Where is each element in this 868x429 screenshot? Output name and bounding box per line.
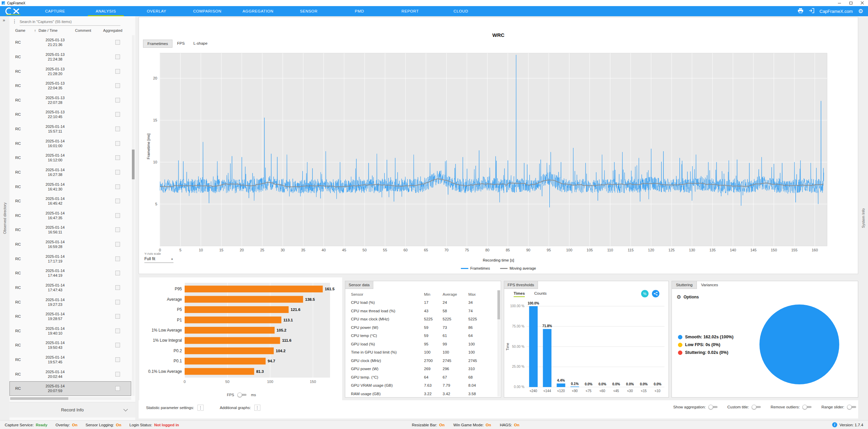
nav-tab-sensor[interactable]: SENSOR bbox=[283, 6, 334, 16]
capture-row[interactable]: RC2025-01-1419:27:23 bbox=[9, 295, 131, 309]
close-button[interactable] bbox=[857, 0, 868, 6]
aggregated-checkbox[interactable] bbox=[115, 343, 120, 347]
captures-vertical-scrollbar[interactable] bbox=[132, 35, 135, 396]
capture-row[interactable]: RC2025-01-1417:47:43 bbox=[9, 280, 131, 295]
aggregated-checkbox[interactable] bbox=[115, 83, 120, 88]
aggregated-checkbox[interactable] bbox=[115, 170, 120, 175]
capture-row[interactable]: RC2025-01-1416:12:00 bbox=[9, 151, 131, 165]
tab-stuttering[interactable]: Stuttering bbox=[672, 281, 697, 289]
frametime-chart[interactable]: 0510152025303540455055606570758085909510… bbox=[149, 51, 832, 258]
aggregated-checkbox[interactable] bbox=[115, 271, 120, 275]
capture-row[interactable]: RC2025-01-1322:07:28 bbox=[9, 93, 131, 108]
aggregated-checkbox[interactable] bbox=[115, 155, 120, 160]
aggregated-checkbox[interactable] bbox=[115, 127, 120, 131]
sensor-scrollbar[interactable] bbox=[497, 290, 500, 397]
nav-tab-capture[interactable]: CAPTURE bbox=[30, 6, 80, 16]
capture-row[interactable]: RC2025-01-1416:01:00 bbox=[9, 136, 131, 151]
settings-gear-icon[interactable]: ⚙ bbox=[858, 8, 863, 14]
tab-counts[interactable]: Counts bbox=[534, 291, 546, 297]
aggregated-checkbox[interactable] bbox=[115, 213, 120, 218]
aggregated-checkbox[interactable] bbox=[115, 184, 120, 189]
column-game[interactable]: Game bbox=[15, 28, 25, 32]
scrollbar-thumb[interactable] bbox=[10, 397, 68, 400]
nav-tab-analysis[interactable]: ANALYSIS bbox=[80, 6, 131, 16]
aggregated-checkbox[interactable] bbox=[115, 256, 120, 261]
sort-ascending-icon[interactable]: ↑ bbox=[34, 28, 36, 32]
statistics-bar-chart[interactable]: 050100150P95161.5Average138.5P5121.6P111… bbox=[142, 281, 341, 392]
aggregated-checkbox[interactable] bbox=[115, 141, 120, 146]
print-icon[interactable] bbox=[798, 8, 803, 15]
scrollbar-thumb[interactable] bbox=[132, 150, 135, 179]
statistic-settings-menu-icon[interactable]: ⋮ bbox=[197, 405, 204, 411]
capture-row[interactable]: RC2025-01-1416:41:30 bbox=[9, 179, 131, 194]
aggregated-checkbox[interactable] bbox=[115, 300, 120, 304]
login-icon[interactable] bbox=[809, 8, 814, 15]
capframex-site-link[interactable]: CapFrameX.com bbox=[820, 9, 853, 14]
aggregated-checkbox[interactable] bbox=[115, 314, 120, 319]
aggregated-checkbox[interactable] bbox=[115, 357, 120, 362]
expander-icon[interactable]: » bbox=[3, 18, 5, 23]
tab-variances[interactable]: Variances bbox=[697, 281, 722, 289]
nav-tab-comparison[interactable]: COMPARISON bbox=[182, 6, 233, 16]
column-date-time[interactable]: Date / Time bbox=[39, 28, 57, 32]
observed-directory-label[interactable]: Observed directory bbox=[3, 203, 7, 234]
info-icon[interactable]: i bbox=[832, 422, 837, 427]
capture-row[interactable]: RC2025-01-1419:57:45 bbox=[9, 353, 131, 367]
tab-fps[interactable]: FPS bbox=[173, 40, 189, 48]
sensor-data-tab[interactable]: Sensor data bbox=[345, 281, 373, 289]
captures-horizontal-scrollbar[interactable] bbox=[10, 397, 131, 400]
percent-mode-button[interactable]: % bbox=[641, 290, 649, 297]
aggregated-checkbox[interactable] bbox=[115, 199, 120, 203]
tab-l-shape[interactable]: L-shape bbox=[189, 40, 212, 48]
fps-ms-toggle[interactable] bbox=[237, 392, 248, 397]
capture-row[interactable]: RC2025-01-1419:40:10 bbox=[9, 324, 131, 338]
capture-row[interactable]: RC2025-01-1417:17:19 bbox=[9, 251, 131, 266]
minimize-button[interactable] bbox=[834, 0, 845, 6]
nav-tab-aggregation[interactable]: AGGREGATION bbox=[233, 6, 283, 16]
capture-row[interactable]: RC2025-01-1321:21:36 bbox=[9, 35, 131, 50]
capture-row[interactable]: RC2025-01-1415:57:11 bbox=[9, 122, 131, 136]
capture-row[interactable]: RC2025-01-1416:45:42 bbox=[9, 194, 131, 208]
tab-times[interactable]: Times bbox=[514, 291, 525, 297]
y-axis-scale-select[interactable]: Full fit ▾ bbox=[144, 255, 173, 263]
scrollbar-thumb[interactable] bbox=[497, 290, 500, 319]
toggle-switch[interactable] bbox=[708, 405, 719, 409]
capture-row[interactable]: RC2025-01-1322:04:35 bbox=[9, 78, 131, 93]
aggregated-checkbox[interactable] bbox=[115, 112, 120, 117]
capture-row[interactable]: RC2025-01-1321:24:38 bbox=[9, 50, 131, 64]
system-info-label[interactable]: System Info bbox=[861, 208, 865, 228]
capture-row[interactable]: RC2025-01-1321:28:20 bbox=[9, 64, 131, 78]
capture-row[interactable]: RC2025-01-1419:50:43 bbox=[9, 338, 131, 353]
aggregated-checkbox[interactable] bbox=[115, 54, 120, 59]
toggle-switch[interactable] bbox=[802, 405, 813, 409]
unit-ms-label[interactable]: ms bbox=[251, 393, 256, 397]
nav-tab-cloud[interactable]: CLOUD bbox=[436, 6, 486, 16]
maximize-button[interactable] bbox=[845, 0, 857, 6]
aggregated-checkbox[interactable] bbox=[115, 372, 120, 377]
unit-fps-label[interactable]: FPS bbox=[227, 393, 234, 397]
aggregated-checkbox[interactable] bbox=[115, 227, 120, 232]
toggle-switch[interactable] bbox=[847, 405, 857, 409]
capture-row[interactable]: RC2025-01-1416:27:38 bbox=[9, 165, 131, 180]
aggregated-checkbox[interactable] bbox=[115, 285, 120, 290]
toggle-switch[interactable] bbox=[752, 405, 762, 409]
aggregated-checkbox[interactable] bbox=[115, 329, 120, 333]
capture-row[interactable]: RC2025-01-1420:02:44 bbox=[9, 367, 131, 381]
list-menu-icon[interactable]: ⋮ bbox=[12, 19, 17, 24]
additional-graphs-menu-icon[interactable]: ⋮ bbox=[254, 405, 260, 411]
capture-row[interactable]: RC2025-01-1420:07:59 bbox=[9, 381, 131, 396]
column-comment[interactable]: Comment bbox=[75, 28, 91, 32]
options-row[interactable]: ⚙ Options bbox=[677, 294, 699, 300]
aggregated-checkbox[interactable] bbox=[115, 40, 120, 45]
fps-thresholds-tab[interactable]: FPS thresholds bbox=[504, 281, 538, 289]
capture-row[interactable]: RC2025-01-1417:44:19 bbox=[9, 266, 131, 280]
capture-row[interactable]: RC2025-01-1416:56:11 bbox=[9, 223, 131, 237]
capture-row[interactable]: RC2025-01-1416:59:28 bbox=[9, 237, 131, 252]
aggregated-checkbox[interactable] bbox=[115, 69, 120, 74]
nav-tab-overlay[interactable]: OVERLAY bbox=[131, 6, 182, 16]
aggregated-checkbox[interactable] bbox=[115, 98, 120, 103]
thresholds-bar-chart[interactable]: 0.00 %25.00 %50.00 %75.00 %100.00 %Time1… bbox=[505, 300, 668, 397]
share-button[interactable] bbox=[652, 290, 659, 297]
nav-tab-report[interactable]: REPORT bbox=[385, 6, 436, 16]
aggregated-checkbox[interactable] bbox=[115, 242, 120, 247]
